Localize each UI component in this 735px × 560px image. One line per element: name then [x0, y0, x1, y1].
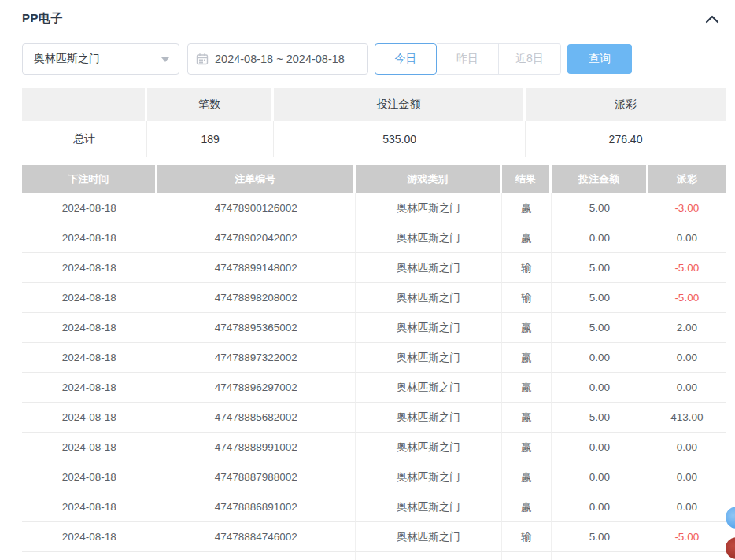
result-cell: 赢 — [502, 343, 552, 373]
result-cell: 赢 — [502, 223, 552, 253]
empty-cell — [502, 552, 552, 560]
empty-cell — [22, 552, 157, 560]
chevron-up-icon — [704, 11, 721, 28]
col-bet-time: 下注时间 — [22, 165, 157, 193]
summary-header-payout: 派彩 — [526, 88, 726, 121]
bet-time-cell: 2024-08-18 — [22, 433, 157, 462]
empty-cell — [648, 552, 726, 560]
result-cell: 输 — [502, 522, 552, 552]
table-row: 2024-08-1847478884746002奥林匹斯之门输5.00-5.00 — [22, 522, 726, 552]
bet-id-cell: 47478898208002 — [157, 283, 356, 313]
col-payout: 派彩 — [648, 165, 726, 193]
game-select[interactable]: 奥林匹斯之门 — [22, 43, 179, 75]
payout-cell: 0.00 — [648, 433, 726, 462]
summary-header-blank — [22, 88, 147, 121]
payout-cell: 2.00 — [648, 313, 726, 343]
bet-amount-cell: 0.00 — [552, 462, 648, 492]
filter-bar: 奥林匹斯之门 2024-08-18 ~ 2024-08-18 — [0, 43, 735, 75]
bet-amount-cell: 5.00 — [552, 403, 648, 433]
col-bet-id: 注单编号 — [157, 165, 356, 193]
payout-cell: -5.00 — [648, 253, 726, 283]
bet-amount-cell: 5.00 — [552, 522, 648, 552]
collapse-panel-button[interactable] — [704, 11, 721, 28]
last8days-button[interactable]: 近8日 — [499, 43, 561, 75]
query-button[interactable]: 查询 — [567, 44, 632, 74]
date-range-input[interactable]: 2024-08-18 ~ 2024-08-18 — [187, 43, 368, 75]
bet-id-cell: 47478884746002 — [157, 522, 356, 552]
empty-cell — [356, 552, 502, 560]
payout-cell: 0.00 — [648, 462, 726, 492]
bet-time-cell: 2024-08-18 — [22, 492, 157, 522]
table-row: 2024-08-1847478896297002奥林匹斯之门赢0.000.00 — [22, 373, 726, 403]
bet-id-cell: 47478896297002 — [157, 373, 356, 403]
bet-amount-cell: 0.00 — [552, 373, 648, 403]
game-select-value: 奥林匹斯之门 — [34, 52, 100, 66]
bet-amount-cell: 5.00 — [552, 193, 648, 223]
game-category-cell: 奥林匹斯之门 — [356, 403, 502, 433]
bet-amount-cell: 5.00 — [552, 313, 648, 343]
game-category-cell: 奥林匹斯之门 — [356, 313, 502, 343]
payout-cell: -5.00 — [648, 283, 726, 313]
summary-total-row: 总计 189 535.00 276.40 — [22, 121, 726, 157]
col-bet-amount: 投注金额 — [552, 165, 648, 193]
yesterday-button[interactable]: 昨日 — [437, 43, 499, 75]
game-category-cell: 奥林匹斯之门 — [356, 343, 502, 373]
col-game-category: 游戏类别 — [356, 165, 502, 193]
bet-table-body: 2024-08-1847478900126002奥林匹斯之门赢5.00-3.00… — [22, 193, 726, 560]
panel-header: PP电子 — [0, 0, 735, 30]
empty-cell — [157, 552, 356, 560]
result-cell: 赢 — [502, 373, 552, 403]
payout-cell: 413.00 — [648, 403, 726, 433]
summary-header-count: 笔数 — [147, 88, 274, 121]
game-category-cell: 奥林匹斯之门 — [356, 253, 502, 283]
payout-cell: 0.00 — [648, 492, 726, 522]
table-row: 2024-08-1847478895365002奥林匹斯之门赢5.002.00 — [22, 313, 726, 343]
bet-time-cell: 2024-08-18 — [22, 253, 157, 283]
bet-time-cell: 2024-08-18 — [22, 373, 157, 403]
result-cell: 赢 — [502, 462, 552, 492]
bet-id-cell: 47478899148002 — [157, 253, 356, 283]
game-category-cell: 奥林匹斯之门 — [356, 283, 502, 313]
bet-id-cell: 47478900126002 — [157, 193, 356, 223]
table-row: 2024-08-1847478888991002奥林匹斯之门赢0.000.00 — [22, 433, 726, 462]
payout-cell: -5.00 — [648, 522, 726, 552]
calendar-icon — [196, 53, 209, 65]
bet-id-cell: 47478897322002 — [157, 343, 356, 373]
service-float-button[interactable] — [726, 507, 735, 529]
bet-id-cell: 47478885682002 — [157, 403, 356, 433]
payout-cell: 0.00 — [648, 223, 726, 253]
game-category-cell: 奥林匹斯之门 — [356, 433, 502, 462]
bet-time-cell: 2024-08-18 — [22, 403, 157, 433]
game-category-cell: 奥林匹斯之门 — [356, 193, 502, 223]
bet-id-cell: 47478886891002 — [157, 492, 356, 522]
result-cell: 赢 — [502, 403, 552, 433]
table-row: 2024-08-1847478897322002奥林匹斯之门赢0.000.00 — [22, 343, 726, 373]
alert-float-button[interactable] — [726, 537, 735, 559]
game-category-cell: 奥林匹斯之门 — [356, 462, 502, 492]
quick-date-group: 今日 昨日 近8日 — [375, 43, 561, 75]
bet-amount-cell: 0.00 — [552, 343, 648, 373]
summary-table: 笔数 投注金额 派彩 总计 189 535.00 276.40 — [22, 88, 726, 157]
bet-time-cell: 2024-08-18 — [22, 223, 157, 253]
result-cell: 赢 — [502, 492, 552, 522]
summary-header-row: 笔数 投注金额 派彩 — [22, 88, 726, 121]
result-cell: 输 — [502, 283, 552, 313]
bet-time-cell: 2024-08-18 — [22, 283, 157, 313]
bet-records-table: 下注时间 注单编号 游戏类别 结果 投注金额 派彩 2024-08-184747… — [22, 165, 726, 560]
summary-total-label: 总计 — [22, 121, 147, 157]
payout-cell: 0.00 — [648, 373, 726, 403]
table-row: 2024-08-1847478899148002奥林匹斯之门输5.00-5.00 — [22, 253, 726, 283]
payout-cell: -3.00 — [648, 193, 726, 223]
result-cell: 输 — [502, 253, 552, 283]
game-category-cell: 奥林匹斯之门 — [356, 373, 502, 403]
table-row: 2024-08-1847478887988002奥林匹斯之门赢0.000.00 — [22, 462, 726, 492]
bet-id-cell: 47478888991002 — [157, 433, 356, 462]
game-category-cell: 奥林匹斯之门 — [356, 223, 502, 253]
bet-id-cell: 47478887988002 — [157, 462, 356, 492]
payout-cell: 0.00 — [648, 343, 726, 373]
empty-cell — [552, 552, 648, 560]
summary-total-payout: 276.40 — [526, 121, 726, 157]
summary-header-bet-amount: 投注金额 — [274, 88, 526, 121]
bet-amount-cell: 5.00 — [552, 253, 648, 283]
today-button[interactable]: 今日 — [375, 43, 437, 75]
